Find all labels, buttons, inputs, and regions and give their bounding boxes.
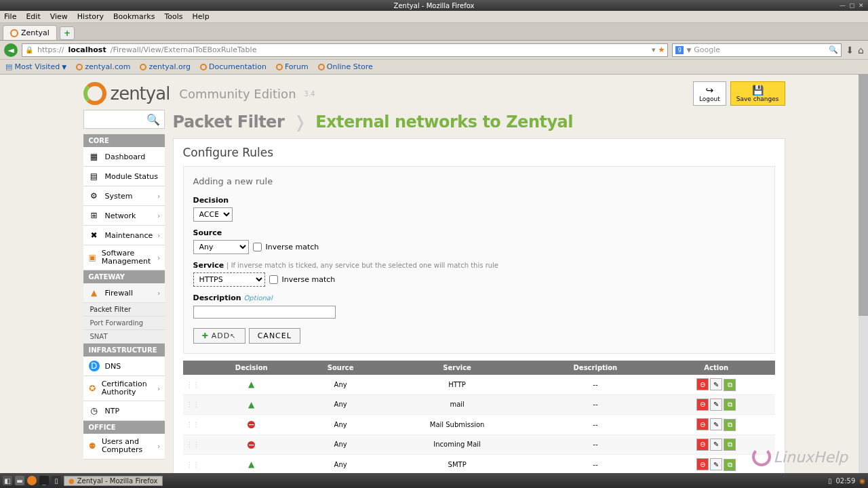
wrench-icon: ✖ xyxy=(89,230,100,241)
edit-button[interactable]: ✎ xyxy=(710,378,722,390)
new-tab-button[interactable]: + xyxy=(60,26,75,40)
sidebar-item-users[interactable]: ⚉Users and Computers xyxy=(83,434,165,459)
home-icon[interactable]: ⌂ xyxy=(858,45,864,56)
accept-icon: ▲ xyxy=(248,380,254,389)
maximize-icon[interactable]: ▢ xyxy=(849,2,856,9)
col-service: Service xyxy=(381,361,533,375)
firefox-icon: ● xyxy=(68,477,75,485)
dropdown-icon[interactable]: ▾ xyxy=(652,45,656,54)
source-inverse-checkbox[interactable] xyxy=(253,243,262,251)
back-button[interactable]: ◄ xyxy=(4,43,18,57)
decision-select[interactable]: ACCEPT xyxy=(193,207,233,222)
sidebar-item-software[interactable]: ▣Software Management xyxy=(83,245,165,270)
bookmark-link[interactable]: zentyal.com xyxy=(76,62,130,71)
delete-button[interactable]: ⊖ xyxy=(696,399,709,411)
menu-file[interactable]: File xyxy=(4,12,16,21)
clone-button[interactable]: ⧉ xyxy=(724,379,736,391)
lock-icon: 🔒 xyxy=(25,46,33,54)
minimize-icon[interactable]: — xyxy=(840,2,846,9)
sidebar-sub-port-forwarding[interactable]: Port Forwarding xyxy=(83,317,165,330)
start-menu-icon[interactable]: ◧ xyxy=(3,476,12,485)
dropdown-icon[interactable]: ▼ xyxy=(686,47,691,54)
sidebar-sub-snat[interactable]: SNAT xyxy=(83,330,165,344)
bookmark-link[interactable]: Online Store xyxy=(318,62,373,71)
sidebar-item-dns[interactable]: DDNS xyxy=(83,357,165,376)
service-select[interactable]: HTTPS xyxy=(193,272,265,287)
bookmark-link[interactable]: Documentation xyxy=(200,62,267,71)
service-inverse-checkbox[interactable] xyxy=(269,275,278,284)
edit-button[interactable]: ✎ xyxy=(710,458,722,470)
drag-handle-icon[interactable]: ⋮⋮ xyxy=(186,401,200,408)
brand-logo: zentyal Community Edition 3.4 xyxy=(83,82,315,105)
col-decision: Decision xyxy=(203,361,300,375)
sidebar-item-dashboard[interactable]: ▦Dashboard xyxy=(83,147,165,167)
drag-handle-icon[interactable]: ⋮⋮ xyxy=(186,421,200,428)
sidebar-sub-packet-filter[interactable]: Packet Filter xyxy=(83,303,165,317)
sidebar-item-module-status[interactable]: ▤Module Status xyxy=(83,167,165,186)
sidebar-item-firewall[interactable]: ▲Firewall xyxy=(83,283,165,303)
tab-title: Zentyal xyxy=(21,28,50,37)
edit-button[interactable]: ✎ xyxy=(710,418,722,430)
menu-bookmarks[interactable]: Bookmarks xyxy=(113,12,155,21)
firefox-launcher-icon[interactable] xyxy=(27,476,37,485)
drag-handle-icon[interactable]: ⋮⋮ xyxy=(186,441,200,448)
clone-button[interactable]: ⧉ xyxy=(724,399,736,411)
package-icon: ▣ xyxy=(89,252,96,263)
delete-button[interactable]: ⊖ xyxy=(696,439,709,451)
sidebar-section-infrastructure: INFRASTRUCTURE xyxy=(83,344,165,357)
sidebar-item-ca[interactable]: ✪Certification Authority xyxy=(83,376,165,401)
edit-button[interactable]: ✎ xyxy=(710,399,722,411)
delete-button[interactable]: ⊖ xyxy=(696,418,709,430)
menu-tools[interactable]: Tools xyxy=(164,12,182,21)
cell-source: Any xyxy=(300,434,381,455)
terminal-icon[interactable]: _ xyxy=(39,476,49,485)
cancel-button[interactable]: CANCEL xyxy=(249,328,300,344)
url-toolbar: ◄ 🔒 https://localhost/Firewall/View/Exte… xyxy=(0,41,868,60)
rules-panel: Configure Rules Adding a new rule Decisi… xyxy=(173,138,785,477)
cell-service: Incoming Mail xyxy=(381,434,533,455)
delete-button[interactable]: ⊖ xyxy=(696,458,709,470)
menu-history[interactable]: History xyxy=(77,12,104,21)
tray-icon[interactable]: ▯ xyxy=(828,477,832,485)
drag-handle-icon[interactable]: ⋮⋮ xyxy=(186,381,200,388)
add-button[interactable]: ✚ADD↖ xyxy=(193,328,245,344)
source-select[interactable]: Any xyxy=(193,240,249,254)
app-icon[interactable]: ▯ xyxy=(52,476,61,485)
clone-button[interactable]: ⧉ xyxy=(724,419,736,431)
url-input[interactable]: 🔒 https://localhost/Firewall/View/Extern… xyxy=(22,43,668,57)
logout-button[interactable]: ↪Logout xyxy=(693,81,726,106)
edit-button[interactable]: ✎ xyxy=(710,439,722,451)
bookmark-most-visited[interactable]: ▤Most Visited▼ xyxy=(5,62,66,71)
sidebar-item-ntp[interactable]: ◷NTP xyxy=(83,401,165,421)
clone-button[interactable]: ⧉ xyxy=(724,439,736,451)
bookmark-star-icon[interactable]: ★ xyxy=(658,45,665,54)
sidebar-item-maintenance[interactable]: ✖Maintenance xyxy=(83,226,165,245)
taskbar-app[interactable]: ● Zentyal - Mozilla Firefox xyxy=(64,476,163,486)
logout-icon: ↪ xyxy=(699,85,720,96)
downloads-icon[interactable]: ⬇ xyxy=(846,45,854,56)
file-manager-icon[interactable]: ▬ xyxy=(15,476,24,485)
close-icon[interactable]: ✕ xyxy=(859,2,865,9)
scrollbar[interactable] xyxy=(859,75,868,477)
menu-view[interactable]: View xyxy=(50,12,68,21)
tray-power-icon[interactable]: ◉ xyxy=(859,477,865,485)
search-icon[interactable]: 🔍 xyxy=(829,45,838,54)
users-icon: ⚉ xyxy=(89,441,96,451)
sidebar-item-network[interactable]: ⊞Network xyxy=(83,206,165,226)
bookmark-link[interactable]: Forum xyxy=(276,62,309,71)
menu-help[interactable]: Help xyxy=(193,12,210,21)
watermark-icon xyxy=(752,447,771,466)
description-input[interactable] xyxy=(193,306,336,319)
browser-search-input[interactable]: g ▼ Google 🔍 xyxy=(672,43,842,57)
save-changes-button[interactable]: 💾Save changes xyxy=(730,81,785,106)
menu-edit[interactable]: Edit xyxy=(26,12,40,21)
sidebar-search-input[interactable]: 🔍 xyxy=(83,110,165,129)
clone-button[interactable]: ⧉ xyxy=(724,459,736,471)
form-heading: Adding a new rule xyxy=(193,176,765,186)
delete-button[interactable]: ⊖ xyxy=(696,378,709,390)
rules-table: Decision Source Service Description Acti… xyxy=(183,361,775,475)
drag-handle-icon[interactable]: ⋮⋮ xyxy=(186,461,200,468)
sidebar-item-system[interactable]: ⚙System xyxy=(83,186,165,206)
browser-tab[interactable]: Zentyal xyxy=(3,25,57,40)
bookmark-link[interactable]: zentyal.org xyxy=(140,62,191,71)
